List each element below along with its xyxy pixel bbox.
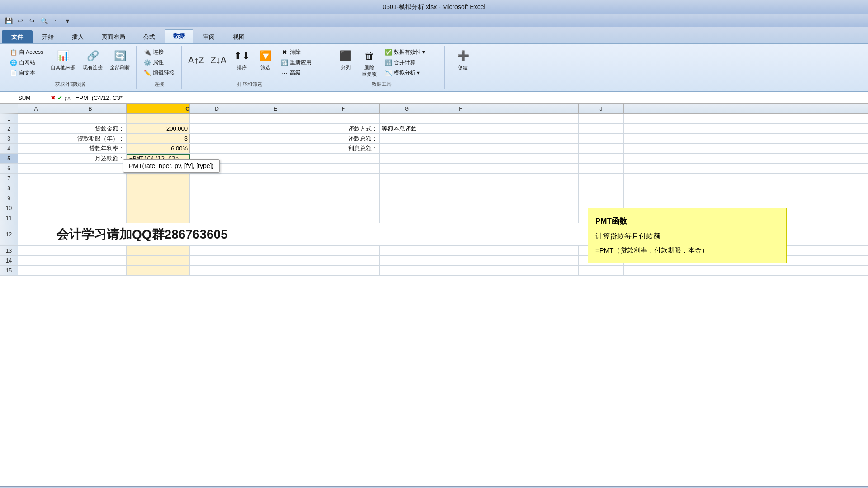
cell-d3[interactable] [190,134,244,143]
tab-pagelayout[interactable]: 页面布局 [93,30,134,43]
cell-g7[interactable] [380,174,434,183]
cell-h10[interactable] [434,203,488,213]
cell-f3[interactable]: 还款总额： [307,134,380,143]
tab-review[interactable]: 审阅 [194,30,223,43]
merge-calc-button[interactable]: 🔢 合并计算 [382,58,428,67]
cell-f14[interactable] [307,256,380,265]
zoom-button[interactable]: 🔍 [39,16,49,26]
cell-i1[interactable] [488,114,579,123]
cell-j15[interactable] [579,266,624,275]
cell-b6[interactable] [54,164,127,173]
col-header-i[interactable]: I [488,104,579,113]
cell-c14[interactable] [127,256,190,265]
cell-d4[interactable] [190,144,244,153]
cell-i8[interactable] [488,183,579,193]
cell-c8[interactable] [127,183,190,193]
cell-f9[interactable] [307,193,380,203]
cell-d2[interactable] [190,124,244,133]
row-header-15[interactable]: 15 [0,266,18,275]
row-header-6[interactable]: 6 [0,164,18,173]
cell-h8[interactable] [434,183,488,193]
cell-e3[interactable] [244,134,307,143]
cell-c3[interactable]: 3 [127,134,190,143]
cell-i5[interactable] [488,154,579,163]
tab-data[interactable]: 数据 [165,29,193,43]
cell-e5[interactable] [244,154,307,163]
cell-a13[interactable] [18,246,54,255]
cell-i14[interactable] [488,256,579,265]
row-header-7[interactable]: 7 [0,174,18,183]
row-header-13[interactable]: 13 [0,246,18,255]
cell-e10[interactable] [244,203,307,213]
redo-button[interactable]: ↪ [27,16,37,26]
cell-a4[interactable] [18,144,54,153]
existing-connections-button[interactable]: 🔗 现有连接 [80,47,105,72]
cell-e4[interactable] [244,144,307,153]
cell-e13[interactable] [244,246,307,255]
website-button[interactable]: 🌐 自网站 [7,58,46,67]
cell-f11[interactable] [307,213,380,223]
row-header-4[interactable]: 4 [0,144,18,153]
col-header-h[interactable]: H [434,104,488,113]
cell-b12[interactable]: 会计学习请加QQ群286763605 [54,223,326,245]
cell-g4[interactable] [380,144,434,153]
connection-button[interactable]: 🔌 连接 [141,47,177,57]
col-header-j[interactable]: J [579,104,624,113]
advanced-button[interactable]: ⋯ 高级 [278,68,314,78]
cell-i3[interactable] [488,134,579,143]
row-header-2[interactable]: 2 [0,124,18,133]
cell-b10[interactable] [54,203,127,213]
cell-c9[interactable] [127,193,190,203]
cell-c15[interactable] [127,266,190,275]
refresh-all-button[interactable]: 🔄 全部刷新 [107,47,132,72]
sort-button[interactable]: ⬆⬇ 排序 [231,47,253,72]
cell-d1[interactable] [190,114,244,123]
formula-input[interactable]: =PMT(C4/12, C3* [74,94,866,102]
save-button[interactable]: 💾 [4,16,14,26]
cell-h6[interactable] [434,164,488,173]
cell-j3[interactable] [579,134,624,143]
cell-h3[interactable] [434,134,488,143]
cell-g11[interactable] [380,213,434,223]
cell-d14[interactable] [190,256,244,265]
row-header-11[interactable]: 11 [0,213,18,223]
col-header-e[interactable]: E [244,104,307,113]
cell-g1[interactable] [380,114,434,123]
col-header-a[interactable]: A [18,104,54,113]
cell-j8[interactable] [579,183,624,193]
edit-links-button[interactable]: ✏️ 编辑链接 [141,68,177,78]
cell-a15[interactable] [18,266,54,275]
more-button[interactable]: ⋮ [51,16,61,26]
col-header-d[interactable]: D [190,104,244,113]
row-header-12[interactable]: 12 [0,223,18,245]
cell-b8[interactable] [54,183,127,193]
cell-a1[interactable] [18,114,54,123]
cell-a2[interactable] [18,124,54,133]
cell-d8[interactable] [190,183,244,193]
cell-b15[interactable] [54,266,127,275]
cell-f1[interactable] [307,114,380,123]
cell-g2[interactable]: 等额本息还款 [380,124,434,133]
cell-d9[interactable] [190,193,244,203]
cell-e9[interactable] [244,193,307,203]
tab-insert[interactable]: 插入 [63,30,92,43]
cell-d15[interactable] [190,266,244,275]
cell-e11[interactable] [244,213,307,223]
cell-e14[interactable] [244,256,307,265]
cell-h9[interactable] [434,193,488,203]
cell-e2[interactable] [244,124,307,133]
cell-f7[interactable] [307,174,380,183]
cell-d13[interactable] [190,246,244,255]
what-if-button[interactable]: 📉 模拟分析 ▾ [382,68,428,78]
sort-asc-button[interactable]: A↑Z [185,54,207,67]
cell-b4[interactable]: 贷款年利率： [54,144,127,153]
cell-j4[interactable] [579,144,624,153]
cell-g5[interactable] [380,154,434,163]
cell-f8[interactable] [307,183,380,193]
cell-i6[interactable] [488,164,579,173]
cell-e8[interactable] [244,183,307,193]
cell-i15[interactable] [488,266,579,275]
cell-f15[interactable] [307,266,380,275]
cell-d11[interactable] [190,213,244,223]
row-header-14[interactable]: 14 [0,256,18,265]
